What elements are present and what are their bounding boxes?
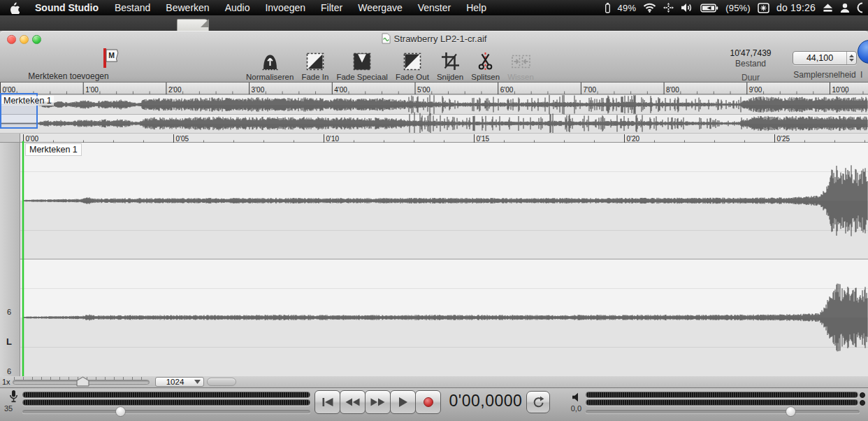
menu-audio[interactable]: Audio (217, 2, 258, 13)
partial-status-icon[interactable] (857, 2, 862, 13)
buffer-size-value: 1024 (156, 378, 194, 386)
fast-forward-button[interactable] (365, 390, 391, 414)
battery-vertical-icon[interactable] (605, 2, 611, 13)
overview-waveform[interactable] (0, 95, 868, 133)
output-level-meter-left (586, 392, 858, 398)
main-time-ruler[interactable]: 0'000'050'100'150'200'25 (20, 134, 868, 143)
add-marker-label: Merkteken toevoegen (0, 71, 137, 81)
apple-menu[interactable] (10, 2, 20, 14)
input-level-slider-thumb[interactable] (115, 406, 126, 417)
keyboard-access-icon[interactable] (663, 3, 674, 13)
battery-charging-icon[interactable] (700, 3, 718, 13)
menu-items: BestandBewerkenAudioInvoegenFilterWeerga… (107, 2, 494, 13)
toolbar-normalize-button[interactable]: Normaliseren (246, 48, 294, 81)
output-level-slider-thumb[interactable] (786, 406, 796, 417)
clip-indicator-left (860, 392, 865, 398)
fadeout-icon (403, 48, 421, 71)
add-marker-button[interactable]: M (102, 47, 120, 72)
main-waveform[interactable] (0, 143, 868, 376)
loop-button[interactable] (526, 391, 550, 413)
file-duration-unit: Bestand (706, 59, 795, 69)
normalize-icon (261, 48, 280, 71)
wifi-icon[interactable] (643, 3, 656, 13)
toolbar-fadein-button[interactable]: Fade In (301, 48, 328, 81)
input-level-slider[interactable] (22, 410, 310, 413)
marker-flag-icon: M (102, 47, 120, 69)
menu-clock[interactable]: do 19:26 (776, 2, 816, 13)
input-level-meter-right (22, 399, 310, 406)
fast-forward-icon (370, 397, 386, 407)
menu-help[interactable]: Help (458, 2, 494, 13)
sample-rate-select[interactable]: 44,100 (793, 51, 857, 65)
overview-marker-label[interactable]: Merkteken 1 (1, 96, 54, 106)
battery-secondary-percent[interactable]: 49% (618, 3, 637, 13)
speaker-icon (572, 392, 584, 402)
toolbar-button-label: Wissen (507, 73, 534, 81)
overview-ruler-ticks: 0'001'002'003'004'005'006'007'008'009'00… (0, 83, 868, 94)
input-level-value: 35 (4, 404, 13, 413)
svg-text:5'00: 5'00 (417, 86, 431, 94)
toolbar-actions: NormaliserenFade InFade SpeciaalFade Out… (246, 46, 534, 81)
menu-venster[interactable]: Venster (410, 2, 458, 13)
character-viewer-icon[interactable] (758, 3, 769, 13)
svg-text:4'00: 4'00 (334, 86, 347, 94)
svg-text:1'00: 1'00 (85, 86, 99, 94)
battery-main-percent[interactable]: (95%) (725, 3, 751, 13)
toolbar-fadeout-button[interactable]: Fade Out (396, 48, 429, 81)
time-display: 0'00,0000 (440, 392, 531, 411)
toolbar-fadespecial-button[interactable]: Fade Speciaal (336, 48, 388, 81)
record-icon (424, 397, 433, 407)
zoom-factor-label: 1x (2, 378, 10, 386)
menu-filter[interactable]: Filter (313, 2, 350, 13)
rewind-button[interactable] (340, 390, 366, 414)
skip-to-start-icon (321, 397, 335, 407)
volume-icon[interactable] (681, 3, 693, 13)
loop-icon (532, 396, 545, 408)
document-icon (382, 33, 391, 44)
overview-time-ruler[interactable]: 0'001'002'003'004'005'006'007'008'009'00… (0, 83, 868, 94)
screen: Sound Studio BestandBewerkenAudioInvoege… (0, 0, 868, 421)
user-icon[interactable] (840, 3, 850, 13)
output-level-value: 0,0 (563, 404, 581, 413)
sample-rate-value: 44,100 (793, 53, 846, 63)
menu-app-name[interactable]: Sound Studio (27, 2, 107, 13)
toolbar-button-label: Fade In (301, 73, 328, 81)
toolbar-split-button[interactable]: Splitsen (471, 48, 500, 81)
chevron-down-icon (194, 380, 201, 384)
toolbar-button-label: Splitsen (471, 73, 500, 81)
svg-text:M: M (108, 51, 115, 59)
desktop-strip (0, 15, 868, 31)
toolbar-button-label: Fade Out (396, 73, 429, 81)
main-marker-label[interactable]: Merkteken 1 (25, 143, 82, 156)
erase-icon (511, 48, 531, 71)
window-title: Strawberry LP2-1-cr.aif (0, 33, 868, 44)
partial-toolbar-label: I (860, 70, 862, 80)
trim-icon (441, 48, 460, 71)
apple-icon (10, 2, 20, 14)
toolbar-button-label: Snijden (437, 73, 463, 81)
svg-text:0'05: 0'05 (176, 135, 189, 143)
rewind-icon (345, 397, 361, 407)
menu-bewerken[interactable]: Bewerken (158, 2, 217, 13)
toolbar-button-label: Fade Speciaal (336, 73, 388, 81)
svg-text:9'00: 9'00 (749, 86, 762, 94)
playhead-marker-line[interactable] (22, 141, 24, 376)
status-area: 49% (605, 2, 862, 13)
svg-text:2'00: 2'00 (168, 86, 182, 94)
go-to-start-button[interactable] (314, 390, 340, 414)
menu-bar: Sound Studio BestandBewerkenAudioInvoege… (0, 0, 868, 15)
svg-text:0'15: 0'15 (477, 135, 490, 143)
horizontal-scrollbar-thumb[interactable] (207, 378, 236, 386)
menu-invoegen[interactable]: Invoegen (257, 2, 313, 13)
play-button[interactable] (390, 390, 416, 414)
eject-icon[interactable] (823, 3, 833, 13)
menu-bestand[interactable]: Bestand (107, 2, 158, 13)
toolbar-trim-button[interactable]: Snijden (437, 48, 463, 81)
microphone-icon (9, 390, 18, 403)
menu-weergave[interactable]: Weergave (350, 2, 410, 13)
clip-indicator-right (860, 400, 865, 406)
buffer-size-dropdown[interactable]: 1024 (155, 377, 204, 387)
output-level-slider[interactable] (586, 410, 860, 413)
stepper-icon[interactable] (846, 52, 856, 64)
record-button[interactable] (415, 390, 441, 414)
